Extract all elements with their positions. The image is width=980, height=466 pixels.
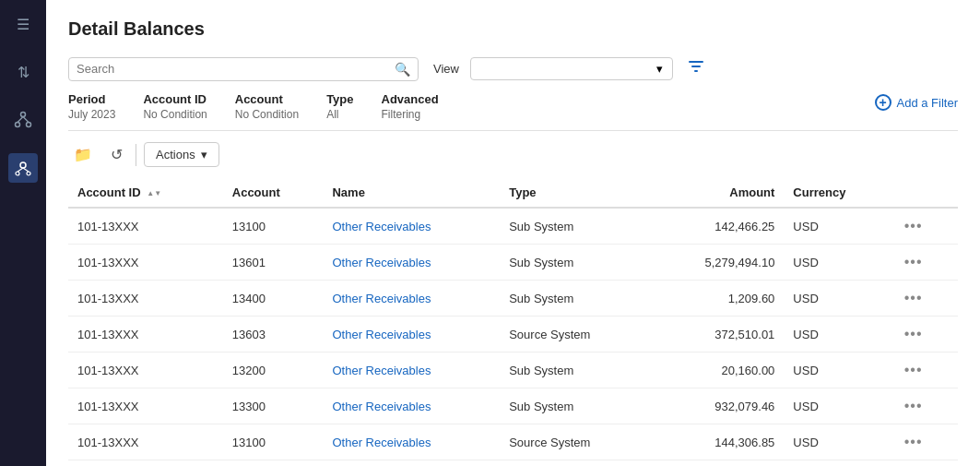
cell-currency: USD	[784, 424, 891, 460]
cell-name: Other Receivables	[323, 424, 500, 460]
cell-amount: 91,107.49	[651, 460, 785, 467]
toolbar: 📁 ↺ Actions ▾	[68, 142, 958, 167]
row-menu-button[interactable]: •••	[901, 288, 927, 308]
view-label: View	[433, 62, 459, 76]
cell-account-id: 101-13XXX	[68, 281, 223, 317]
svg-point-0	[21, 113, 26, 117]
sidebar-icon-list[interactable]: ☰	[8, 9, 38, 39]
search-input[interactable]	[77, 62, 395, 76]
filter-button[interactable]	[684, 56, 708, 81]
sidebar-icon-users[interactable]	[8, 153, 38, 183]
cell-ellipsis: •••	[891, 388, 958, 424]
actions-chevron-icon: ▾	[201, 148, 207, 161]
cell-type: Source System	[500, 317, 650, 352]
folder-button[interactable]: 📁	[68, 142, 98, 167]
cell-currency: USD	[784, 460, 891, 467]
sort-icons-account-id[interactable]: ▲▼	[147, 190, 161, 197]
row-menu-button[interactable]: •••	[901, 216, 927, 236]
table-header-row: Account ID ▲▼ Account Name Type Amount C…	[68, 178, 958, 208]
cell-amount: 372,510.01	[651, 317, 785, 352]
cell-account: 13601	[223, 245, 324, 281]
col-header-type: Type	[500, 178, 650, 208]
svg-point-5	[20, 162, 26, 168]
cell-type: Source System	[500, 424, 650, 460]
cell-account: 13400	[223, 281, 324, 317]
cell-account-id: 101-13XXX	[68, 424, 223, 460]
row-menu-button[interactable]: •••	[901, 396, 927, 416]
cell-currency: USD	[784, 281, 891, 317]
cell-account-id: 101-13XXX	[68, 317, 223, 352]
cell-account: 13300	[223, 388, 324, 424]
sidebar-icon-dashboard[interactable]: ⇅	[8, 57, 38, 87]
name-link[interactable]: Other Receivables	[332, 364, 431, 377]
filter-account-label: Account	[235, 92, 299, 106]
svg-line-3	[18, 117, 23, 123]
name-link[interactable]: Other Receivables	[332, 256, 431, 269]
cell-ellipsis: •••	[891, 424, 958, 460]
filter-period-label: Period	[68, 92, 115, 106]
row-menu-button[interactable]: •••	[901, 360, 927, 380]
cell-type: Sub System	[500, 245, 650, 281]
svg-point-1	[16, 123, 20, 127]
filter-period[interactable]: Period July 2023	[68, 92, 115, 121]
name-link[interactable]: Other Receivables	[332, 220, 431, 233]
svg-point-6	[16, 172, 19, 175]
name-link[interactable]: Other Receivables	[332, 292, 431, 305]
row-menu-button[interactable]: •••	[901, 432, 927, 452]
svg-line-8	[18, 168, 23, 172]
name-link[interactable]: Other Receivables	[332, 400, 431, 413]
cell-ellipsis: •••	[891, 281, 958, 317]
add-filter-icon: +	[875, 94, 891, 111]
cell-amount: 5,279,494.10	[651, 245, 785, 281]
cell-ellipsis: •••	[891, 208, 958, 245]
view-dropdown[interactable]: ▾	[470, 57, 673, 80]
cell-type: Sub System	[500, 208, 650, 245]
filter-period-value: July 2023	[68, 108, 115, 121]
add-filter-button[interactable]: + Add a Filter	[875, 92, 958, 113]
cell-name: Other Receivables	[323, 281, 500, 317]
search-view-row: 🔍 View ▾	[68, 56, 958, 81]
name-link[interactable]: Other Receivables	[332, 436, 431, 449]
refresh-button[interactable]: ↺	[105, 142, 128, 167]
row-menu-button[interactable]: •••	[901, 252, 927, 272]
table-row: 101-13XXX 13200 Other Receivables Sub Sy…	[68, 352, 958, 388]
cell-account: 13602	[223, 460, 324, 467]
cell-currency: USD	[784, 317, 891, 352]
cell-name: Other Receivables	[323, 208, 500, 245]
cell-type: Source System	[500, 460, 650, 467]
toolbar-divider	[136, 144, 136, 166]
table-row: 101-13XXX 13602 Other Receivables Source…	[68, 460, 958, 467]
cell-amount: 20,160.00	[651, 352, 785, 388]
actions-button[interactable]: Actions ▾	[144, 142, 219, 167]
table-row: 101-13XXX 13100 Other Receivables Sub Sy…	[68, 208, 958, 245]
cell-ellipsis: •••	[891, 245, 958, 281]
cell-currency: USD	[784, 208, 891, 245]
cell-account-id: 101-13XXX	[68, 388, 223, 424]
svg-point-7	[27, 172, 30, 175]
search-box: 🔍	[68, 57, 419, 81]
row-menu-button[interactable]: •••	[901, 324, 927, 344]
chevron-down-icon: ▾	[656, 62, 663, 76]
filter-type-value: All	[326, 108, 353, 121]
sidebar-icon-network[interactable]	[8, 105, 38, 135]
filter-advanced-value: Filtering	[382, 108, 439, 121]
col-header-actions	[891, 178, 958, 208]
cell-account: 13603	[223, 317, 324, 352]
svg-point-2	[27, 123, 31, 127]
name-link[interactable]: Other Receivables	[332, 328, 431, 341]
col-header-account-id[interactable]: Account ID ▲▼	[68, 178, 223, 208]
filter-type[interactable]: Type All	[326, 92, 353, 121]
data-table: Account ID ▲▼ Account Name Type Amount C…	[68, 178, 958, 466]
filter-account[interactable]: Account No Condition	[235, 92, 299, 121]
cell-account-id: 101-13XXX	[68, 460, 223, 467]
cell-currency: USD	[784, 352, 891, 388]
cell-currency: USD	[784, 245, 891, 281]
filter-row: Period July 2023 Account ID No Condition…	[68, 92, 958, 131]
filter-advanced-label: Advanced	[382, 92, 439, 106]
cell-currency: USD	[784, 388, 891, 424]
col-header-currency: Currency	[784, 178, 891, 208]
main-content: Detail Balances 🔍 View ▾ Period July 202…	[46, 0, 980, 466]
col-header-account: Account	[223, 178, 324, 208]
filter-advanced[interactable]: Advanced Filtering	[382, 92, 439, 121]
filter-account-id[interactable]: Account ID No Condition	[143, 92, 207, 121]
